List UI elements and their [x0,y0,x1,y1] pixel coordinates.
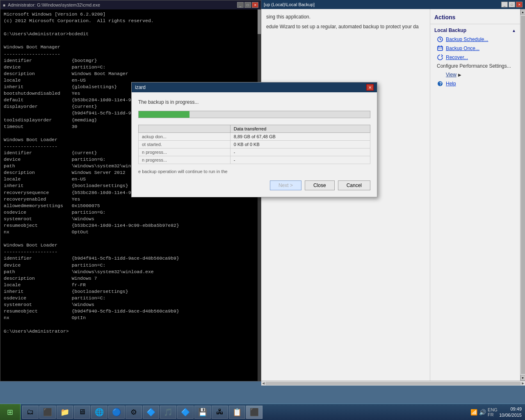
backup-schedule-item[interactable]: Backup Schedule... [430,35,520,44]
table-row: ackup don... 8,89 GB of 67,48 GB [139,132,370,140]
transfer-label-1: ackup don... [139,132,231,140]
cmd-scroll-thumb[interactable] [258,9,261,34]
taskbar-folder-item[interactable]: 📁 [57,406,73,419]
backup-restore-button[interactable]: □ [509,2,515,7]
cmd-maximize-button[interactable]: □ [244,2,251,8]
cmd-window-controls: _ □ ✕ [237,2,258,8]
backup-titlebar: [up (Local)\Local Backup] _ □ ✕ [261,0,525,9]
progress-bar-fill [139,111,189,118]
transfer-label-2: ot started. [139,140,231,148]
transfer-label-3: n progress... [139,148,231,156]
help-item[interactable]: ? Help [430,79,520,88]
backup-main-text: sing this application. [266,14,425,20]
configure-item[interactable]: Configure Performance Settings... [430,62,520,70]
taskbar-cmd-item[interactable]: ⬛ [39,406,56,419]
start-icon: ⊞ [7,408,13,417]
backup-scroll-thumb[interactable] [521,16,525,374]
wizard-top-text: The backup is in progress... [138,99,370,106]
cmd-minimize-button[interactable]: _ [237,2,244,8]
tray-clock[interactable]: 09:49 10/06/2015 [499,406,522,418]
taskbar-ie-item[interactable]: 🔷 [177,406,194,419]
next-button[interactable]: Next > [270,180,301,190]
misc-icon: 📋 [233,408,242,417]
taskbar-qt-item[interactable]: 🔷 [143,406,159,419]
taskbar-tray: 📶 🔊 ENGFR 09:49 10/06/2015 [467,406,525,418]
folder-icon: 📁 [60,408,69,417]
view-item[interactable]: View ▶ [430,70,520,79]
tray-sound-icon[interactable]: 🔊 [479,409,486,415]
backup-window-controls: _ □ ✕ [501,2,523,7]
taskbar-control-item[interactable]: 🖥 [74,406,90,419]
actions-title: Actions [430,12,520,24]
cancel-button[interactable]: Cancel [338,180,370,190]
backup-once-item[interactable]: Backup Once... [430,44,520,53]
recover-item[interactable]: Recover... [430,53,520,62]
backup-close-button[interactable]: ✕ [516,2,523,7]
view-label: View [446,72,457,78]
cmd-close-button[interactable]: ✕ [252,2,258,8]
scroll-left-arrow-icon[interactable]: ◀ [262,381,265,385]
table-col-label [139,125,231,132]
transfer-value-3: - [230,148,370,156]
taskbar-misc-item[interactable]: 📋 [229,406,245,419]
transfer-value-1: 8,89 GB of 67,48 GB [230,132,370,140]
table-row: n progress... - [139,156,370,164]
transfer-value-2: 0 KB of 0 KB [230,140,370,148]
wizard-buttons: Next > Close Cancel [138,180,370,190]
backup-horizontal-scrollbar[interactable]: ◀ ▶ [261,381,525,386]
table-row: ot started. 0 KB of 0 KB [139,140,370,148]
h-scroll-thumb[interactable] [265,382,521,385]
svg-text:?: ? [439,82,442,86]
tray-time-display: 09:49 [499,406,522,412]
backup-schedule-icon [437,36,443,43]
backup-once-icon [437,45,443,52]
svg-rect-3 [438,46,443,50]
backup-window-title: [up (Local)\Local Backup] [264,2,315,7]
backup-scroll-up-btn[interactable]: ▲ [520,9,525,15]
taskbar-server-item[interactable]: 🖧 [212,406,228,419]
media-icon: 🎵 [164,408,173,417]
taskbar-media-item[interactable]: 🎵 [160,406,176,419]
actions-sidebar: Actions Local Backup ▲ Backup Schedule..… [430,9,520,381]
explorer-icon: 🗂 [27,408,34,416]
collapse-icon[interactable]: ▲ [512,28,516,33]
taskbar-explorer-item[interactable]: 🗂 [22,406,39,419]
start-button[interactable]: ⊞ [0,404,21,420]
taskbar-backup-taskbar-item[interactable]: 💾 [194,406,211,419]
table-col-header: Data transferred [230,125,370,132]
tools-icon: ⚙ [130,408,137,417]
network-icon: 🌐 [95,408,104,417]
qt-icon: 🔷 [146,408,155,417]
backup-schedule-label: Backup Schedule... [446,37,488,42]
taskbar-chrome-item[interactable]: 🔵 [108,406,125,419]
backup-scrollbar[interactable]: ▲ ▼ [520,9,525,381]
recover-label: Recover... [446,55,468,60]
tray-network-icon[interactable]: 📶 [470,409,477,415]
chrome-icon: 🔵 [112,408,121,417]
tray-language[interactable]: ENGFR [488,407,498,417]
backup-once-label: Backup Once... [446,46,479,51]
progress-bar-container [138,111,370,118]
cmd-icon: ■ [3,3,5,7]
backup-minimize-button[interactable]: _ [501,2,508,7]
taskbar-network-item[interactable]: 🌐 [91,406,107,419]
svg-line-2 [440,39,441,40]
backup-scroll-down-btn[interactable]: ▼ [520,375,525,381]
wizard-close-button[interactable]: ✕ [366,84,374,91]
cmd-titlebar: ■ Administrator: G:\Windows\system32\cmd… [0,0,261,9]
taskbar-tools-item[interactable]: ⚙ [126,406,142,419]
taskbar-active-item[interactable]: ⬛ [246,406,262,419]
close-button[interactable]: Close [305,180,335,190]
wizard-dialog: izard ✕ The backup is in progress... Dat… [131,82,377,197]
cmd-taskbar-icon: ⬛ [43,408,52,417]
backup-taskbar-icon: 💾 [198,408,207,417]
backup-sub-text: edule Wizard to set up a regular, automa… [266,24,425,30]
taskbar-items: 🗂 ⬛ 📁 🖥 🌐 🔵 ⚙ 🔷 🎵 🔷 💾 [21,406,467,419]
scroll-right-arrow-icon[interactable]: ▶ [522,381,524,385]
help-label: Help [446,81,456,87]
transfer-data-table: Data transferred ackup don... 8,89 GB of… [138,125,370,164]
wizard-body: The backup is in progress... Data transf… [132,92,377,197]
wizard-titlebar: izard ✕ [132,82,377,92]
configure-label: Configure Performance Settings... [437,63,511,69]
transfer-label-4: n progress... [139,156,231,164]
